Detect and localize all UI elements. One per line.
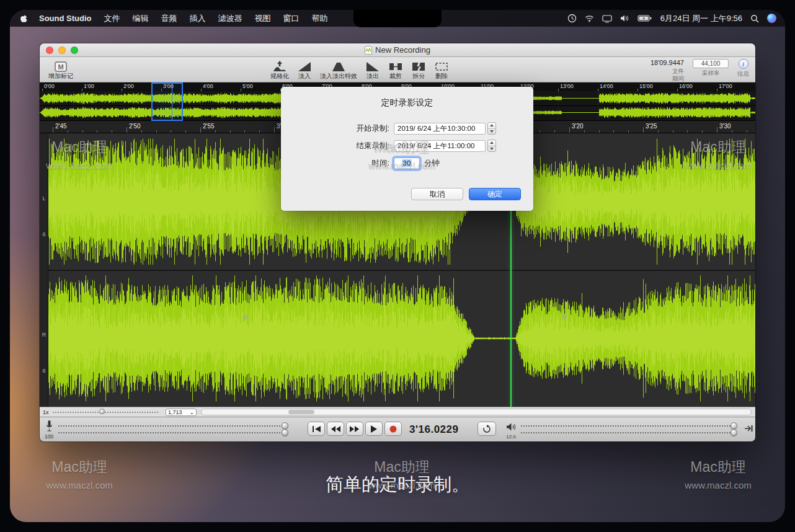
- ruler-tick: [82, 130, 83, 133]
- record-button[interactable]: [384, 422, 402, 436]
- add-marker-button[interactable]: M 增加标记: [48, 59, 73, 81]
- time-ruler-label: 3'30: [719, 123, 731, 130]
- ruler-tick: [658, 130, 659, 133]
- duration-field[interactable]: 30: [394, 157, 420, 169]
- search-icon[interactable]: [750, 14, 759, 23]
- time-machine-icon[interactable]: [567, 14, 577, 23]
- title-bar[interactable]: New Recording: [40, 43, 755, 57]
- zoom-level-label: 1x: [43, 409, 49, 415]
- sample-rate-field[interactable]: 44,100: [693, 59, 729, 68]
- fade-in-icon: [297, 59, 312, 72]
- go-to-end-icon[interactable]: [744, 425, 753, 432]
- ok-button[interactable]: 确定: [469, 188, 521, 200]
- fast-forward-button[interactable]: [346, 422, 363, 436]
- ruler-tick: [171, 130, 171, 133]
- output-volume-slider-right[interactable]: [521, 432, 735, 433]
- display-icon[interactable]: [602, 14, 612, 23]
- close-button[interactable]: [46, 47, 53, 54]
- channel-label: 6: [40, 231, 48, 237]
- tool-fade-in[interactable]: 淡入: [297, 59, 312, 81]
- window-controls: [46, 47, 78, 54]
- menu-item-5[interactable]: 视图: [248, 13, 277, 24]
- split-icon: [411, 59, 426, 72]
- zoom-slider-thumb[interactable]: [99, 409, 105, 414]
- duration-label: 时间:: [281, 158, 394, 169]
- ruler-tick: [599, 130, 600, 133]
- siri-icon[interactable]: [767, 14, 776, 23]
- ruler-tick: [673, 130, 673, 133]
- dialog-title: 定时录影设定: [281, 87, 533, 109]
- duration-row: 时间: 30 分钟: [281, 157, 533, 169]
- end-record-field[interactable]: 2019/ 6/24 上午11:00:00: [394, 140, 486, 152]
- file-duration: 18'09.9447 文件 期间: [651, 59, 684, 82]
- samples-dropdown[interactable]: 1,713 ⌄: [166, 409, 197, 416]
- tool-delete[interactable]: 删除: [434, 59, 449, 81]
- tool-label: 淡出: [366, 72, 379, 81]
- battery-icon[interactable]: [637, 14, 652, 22]
- chevron-down-icon: ⌄: [189, 409, 194, 415]
- scrollbar-thumb[interactable]: [288, 410, 314, 414]
- play-button[interactable]: [365, 422, 383, 436]
- overview-ruler-label: 1'00: [84, 83, 94, 89]
- timed-recording-dialog: 定时录影设定 开始录制: 2019/ 6/24 上午10:30:00 结束录制:…: [281, 87, 533, 211]
- tool-fade-in-out[interactable]: 淡入淡出特效: [320, 59, 357, 81]
- start-record-field[interactable]: 2019/ 6/24 上午10:30:00: [394, 123, 486, 135]
- end-record-stepper[interactable]: [487, 140, 496, 152]
- tool-trim[interactable]: 裁剪: [388, 59, 403, 81]
- menu-items: 文件编辑音频插入滤波器视图窗口帮助: [97, 13, 334, 24]
- tool-split[interactable]: 拆分: [411, 59, 426, 81]
- app-menu[interactable]: Sound Studio: [33, 14, 97, 23]
- caption-text: 简单的定时录制。: [10, 472, 785, 497]
- input-gain-value: 100: [42, 433, 56, 440]
- menubar-clock[interactable]: 6月24日 周一 上午9:56: [660, 13, 742, 24]
- cancel-button[interactable]: 取消: [411, 188, 463, 200]
- menu-item-7[interactable]: 帮助: [305, 13, 334, 24]
- sample-rate: 44,100 采样率: [693, 59, 729, 78]
- menu-item-4[interactable]: 滤波器: [211, 13, 248, 24]
- output-volume-thumb-right[interactable]: [731, 429, 737, 436]
- input-gain-thumb-right[interactable]: [282, 429, 288, 436]
- input-gain-slider-right[interactable]: [58, 432, 285, 433]
- output-volume-thumb-left[interactable]: [731, 422, 737, 429]
- output-volume-slider-left[interactable]: [521, 425, 735, 427]
- apple-logo-icon[interactable]: [19, 14, 33, 23]
- ruler-tick: [584, 130, 585, 133]
- selection-box[interactable]: [151, 82, 183, 121]
- menu-left: Sound Studio 文件编辑音频插入滤波器视图窗口帮助: [19, 13, 334, 24]
- ruler-tick: [112, 130, 112, 133]
- menu-item-2[interactable]: 音频: [154, 13, 183, 24]
- microphone-icon: [45, 420, 53, 433]
- time-ruler-label: 3'25: [646, 123, 657, 130]
- rewind-button[interactable]: [327, 422, 344, 436]
- input-gain-slider-left[interactable]: [58, 425, 285, 427]
- zoom-button[interactable]: [71, 47, 78, 54]
- menu-item-6[interactable]: 窗口: [277, 13, 305, 24]
- tool-normalize[interactable]: 规格化: [270, 59, 289, 81]
- go-to-start-button[interactable]: [308, 422, 325, 436]
- delete-icon: [434, 59, 449, 72]
- menu-item-3[interactable]: 插入: [183, 13, 211, 24]
- zoom-slider[interactable]: [53, 412, 158, 413]
- tool-fade-out[interactable]: 淡出: [365, 59, 380, 81]
- toolbar: M 增加标记 规格化淡入淡入淡出特效淡出裁剪拆分删除 18'09.9447 文件…: [40, 57, 755, 82]
- input-gain-thumb-left[interactable]: [282, 422, 288, 429]
- minutes-suffix: 分钟: [424, 158, 440, 169]
- info-icon[interactable]: i: [739, 59, 748, 69]
- ruler-tick: [540, 130, 540, 133]
- wifi-icon[interactable]: [585, 14, 594, 22]
- horizontal-scrollbar[interactable]: [201, 409, 752, 415]
- tool-label: 删除: [435, 72, 448, 81]
- volume-icon[interactable]: [620, 14, 629, 22]
- loop-button[interactable]: [477, 422, 496, 436]
- ruler-tick: [230, 130, 231, 133]
- menu-item-1[interactable]: 编辑: [126, 13, 154, 24]
- normalize-icon: [272, 59, 287, 72]
- minimize-button[interactable]: [58, 47, 66, 54]
- channel-label: 6: [40, 368, 48, 374]
- trim-icon: [388, 59, 403, 72]
- overview-ruler-label: 4'00: [203, 83, 213, 89]
- menu-item-0[interactable]: 文件: [97, 13, 126, 24]
- start-record-stepper[interactable]: [487, 122, 496, 135]
- ruler-tick: [732, 130, 732, 133]
- overview-ruler-label: 2'00: [123, 83, 134, 89]
